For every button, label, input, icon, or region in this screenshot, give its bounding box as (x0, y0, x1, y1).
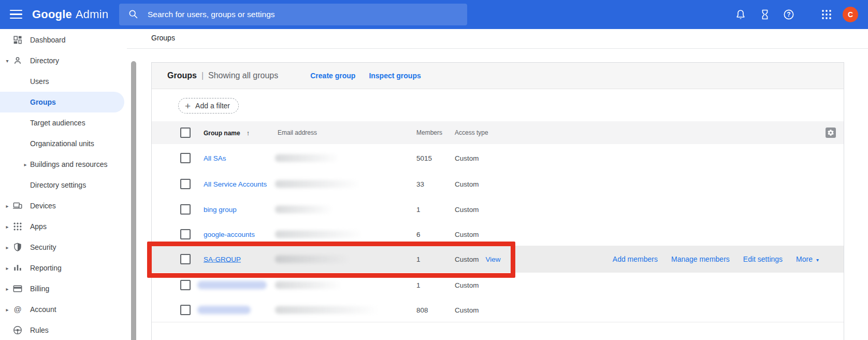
sidebar-item-apps[interactable]: ▸ Apps (0, 216, 127, 237)
sidebar-item-directory-settings[interactable]: Directory settings (0, 175, 127, 195)
row-checkbox[interactable] (180, 204, 191, 215)
members-count: 1 (416, 281, 421, 289)
sidebar-item-target-audiences[interactable]: Target audiences (0, 112, 127, 133)
group-name-link[interactable]: All Service Accounts (204, 180, 267, 188)
row-checkbox[interactable] (180, 153, 191, 163)
sidebar-item-security[interactable]: ▸ Security (0, 237, 127, 258)
help-icon[interactable]: ? (783, 8, 795, 21)
sidebar-item-label: Reporting (30, 264, 62, 272)
sidebar-item-label: Groups (30, 98, 56, 106)
billing-icon (12, 284, 23, 294)
hamburger-menu-icon[interactable] (10, 9, 22, 20)
sidebar-item-reporting[interactable]: ▸ Reporting (0, 258, 127, 278)
select-all-checkbox[interactable] (180, 128, 191, 138)
email-address-redacted (275, 306, 379, 314)
manage-columns-button[interactable] (826, 128, 836, 138)
panel-title: Groups (167, 71, 197, 80)
apps-grid-icon (12, 221, 23, 232)
row-checkbox[interactable] (180, 254, 191, 264)
group-name-link[interactable]: SA-GROUP (204, 256, 241, 263)
add-filter-button[interactable]: + Add a filter (178, 98, 239, 114)
add-members-link[interactable]: Add members (613, 255, 658, 263)
members-count: 6 (416, 230, 421, 238)
table-row[interactable]: All SAs 5015 Custom (152, 144, 844, 172)
sidebar-item-buildings-and-resources[interactable]: ▸ Buildings and resources (0, 154, 127, 175)
sidebar-item-label: Users (30, 77, 49, 86)
create-group-link[interactable]: Create group (310, 72, 355, 80)
more-link[interactable]: More▾ (796, 255, 819, 263)
table-row[interactable]: SA-GROUP 1 CustomView Add membersManage … (152, 246, 844, 273)
row-checkbox[interactable] (180, 179, 191, 189)
caret-right-icon[interactable]: ▸ (4, 265, 11, 271)
search-input[interactable]: Search for users, groups or settings (119, 4, 467, 25)
security-shield-icon (12, 242, 23, 252)
apps-grid-icon[interactable] (820, 8, 833, 21)
email-address-redacted (275, 256, 350, 263)
row-checkbox[interactable] (180, 280, 191, 290)
group-name-link[interactable]: All SAs (204, 154, 226, 162)
manage-members-link[interactable]: Manage members (671, 255, 730, 263)
sidebar-item-dashboard[interactable]: Dashboard (0, 30, 127, 50)
sidebar-item-label: Account (30, 305, 56, 314)
gear-icon (827, 129, 834, 136)
sidebar-item-label: Security (30, 243, 56, 251)
hourglass-icon[interactable] (759, 8, 771, 21)
column-header-email: Email address (278, 129, 317, 136)
table-row[interactable]: All Service Accounts 33 Custom (152, 172, 844, 196)
column-header-group-name[interactable]: Group name↑ (204, 129, 250, 137)
sidebar-item-label: Buildings and resources (30, 160, 107, 168)
caret-right-icon[interactable]: ▸ (4, 307, 11, 313)
caret-right-icon[interactable]: ▸ (4, 203, 11, 209)
search-placeholder: Search for users, groups or settings (148, 10, 275, 19)
sidebar-item-users[interactable]: Users (0, 71, 127, 92)
edit-settings-link[interactable]: Edit settings (743, 255, 783, 263)
caret-right-icon[interactable]: ▸ (4, 286, 11, 292)
access-type: Custom (455, 180, 479, 188)
table-row[interactable]: bing group 1 Custom (152, 196, 844, 223)
sidebar-scrollbar[interactable] (131, 61, 136, 340)
caret-right-icon[interactable]: ▸ (4, 245, 11, 250)
sidebar-item-account[interactable]: ▸ @ Account (0, 299, 127, 320)
security-icon (12, 242, 23, 252)
breadcrumb: Groups (151, 34, 175, 42)
sidebar-item-groups[interactable]: Groups (0, 92, 124, 112)
table-row[interactable]: google-accounts 6 Custom (152, 222, 844, 246)
dashboard-icon (12, 35, 23, 45)
rules-wheel-icon (12, 325, 23, 335)
sort-ascending-icon[interactable]: ↑ (247, 129, 250, 137)
sidebar-item-label: Directory (30, 56, 59, 65)
notifications-bell-icon[interactable] (734, 8, 747, 21)
panel-subtitle: Showing all groups (208, 71, 278, 80)
sidebar-item-directory[interactable]: ▾ Directory (0, 50, 127, 71)
sidebar-item-label: Billing (30, 285, 49, 293)
sidebar-item-billing[interactable]: ▸ Billing (0, 278, 127, 299)
caret-down-icon[interactable]: ▾ (4, 58, 11, 64)
sidebar-item-label: Target audiences (30, 119, 85, 127)
access-type: CustomView (455, 256, 501, 263)
inspect-groups-link[interactable]: Inspect groups (369, 72, 421, 80)
sidebar-item-organizational-units[interactable]: Organizational units (0, 133, 127, 154)
devices-laptop-icon (12, 201, 23, 211)
devices-icon (12, 201, 23, 211)
group-name-link[interactable]: bing group (204, 205, 237, 213)
search-icon (128, 9, 139, 20)
reporting-icon (12, 263, 23, 273)
view-link[interactable]: View (486, 256, 501, 263)
caret-right-icon[interactable]: ▸ (22, 162, 29, 167)
email-address-redacted (275, 154, 340, 162)
dashboard-icon (12, 35, 23, 45)
group-name-link[interactable]: google-accounts (204, 230, 255, 238)
sidebar-item-label: Devices (30, 202, 56, 210)
sidebar-item-rules[interactable]: Rules (0, 320, 127, 340)
table-row[interactable]: 808 Custom (152, 298, 844, 322)
account-avatar[interactable]: C (843, 7, 858, 22)
sidebar-item-devices[interactable]: ▸ Devices (0, 195, 127, 216)
members-count: 808 (416, 306, 428, 314)
table-row[interactable]: 1 Custom (152, 273, 844, 298)
panel-header: Groups | Showing all groups Create group… (152, 63, 844, 89)
dropdown-caret-icon: ▾ (816, 257, 819, 263)
access-type: Custom (455, 281, 479, 289)
row-checkbox[interactable] (180, 229, 191, 239)
row-checkbox[interactable] (180, 305, 191, 315)
caret-right-icon[interactable]: ▸ (4, 224, 11, 230)
